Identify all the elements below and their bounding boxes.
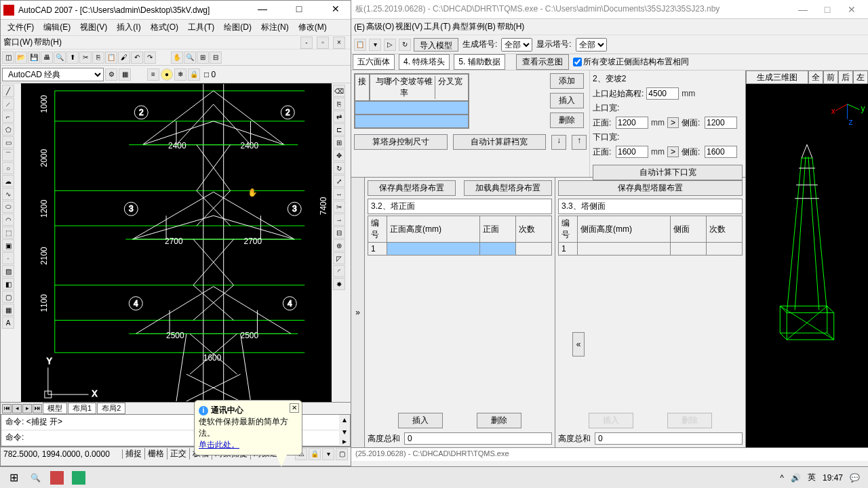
taskbar-app2[interactable]	[68, 468, 90, 487]
mirror-icon[interactable]: ⇄	[333, 110, 345, 123]
menu-help[interactable]: 帮助(H)	[34, 37, 62, 48]
workspace-select[interactable]: AutoCAD 经典	[2, 68, 104, 81]
calc-size-button[interactable]: 算塔身控制尺寸	[354, 134, 448, 150]
side-table[interactable]: 编号侧面高度(mm)侧面次数 1	[558, 216, 743, 256]
layer-on-icon[interactable]: ●	[161, 68, 173, 81]
menu-tools[interactable]: 工具(T)	[184, 20, 218, 35]
front-table[interactable]: 编号正面高度(mm)正面次数 1	[368, 216, 552, 256]
menu-dimension[interactable]: 标注(N)	[257, 20, 293, 35]
notification-icon[interactable]: 💬	[850, 473, 860, 483]
top-elev-input[interactable]	[646, 87, 679, 100]
menu-edit[interactable]: 编辑(E)	[39, 20, 75, 35]
rectangle-icon[interactable]: ▭	[2, 136, 14, 148]
taskbar-app1[interactable]	[46, 468, 68, 487]
down-button[interactable]: ↓	[551, 135, 566, 150]
zoom-prev-icon[interactable]: ⊟	[210, 52, 222, 64]
view-left-button[interactable]: 左	[853, 70, 868, 84]
menu-format[interactable]: 格式(O)	[146, 20, 182, 35]
fillet-icon[interactable]: ◜	[333, 265, 345, 277]
insert-button[interactable]: 插入	[550, 93, 584, 108]
menu-modify[interactable]: 修改(M)	[294, 20, 331, 35]
side-width2-input[interactable]	[705, 146, 737, 158]
zoom-win-icon[interactable]: ⊞	[197, 52, 209, 64]
mtext-icon[interactable]: A	[2, 317, 14, 329]
up-button[interactable]: ↑	[572, 135, 587, 150]
expand-left-handle[interactable]: »	[351, 178, 365, 447]
tab-hexahedron[interactable]: 五六面体	[353, 54, 395, 70]
menu-file[interactable]: 文件(F)	[3, 20, 38, 35]
scale-icon[interactable]: ⤢	[333, 175, 345, 187]
add-button[interactable]: 添加	[550, 73, 584, 89]
menu-advanced[interactable]: 高级(O)	[366, 21, 394, 33]
side-total-input[interactable]	[595, 432, 743, 445]
trim-icon[interactable]: ✂	[333, 201, 345, 213]
front-width2-input[interactable]	[616, 146, 648, 158]
array-icon[interactable]: ⊞	[333, 136, 345, 148]
delete-button[interactable]: 删除	[550, 113, 584, 128]
circle-icon[interactable]: ○	[2, 162, 14, 174]
import-model-button[interactable]: 导入模型	[414, 38, 458, 52]
side-delete-button[interactable]: 删除	[667, 413, 712, 428]
polygon-icon[interactable]: ⬠	[2, 123, 14, 136]
break-icon[interactable]: ⊟	[333, 226, 345, 239]
paste-tool-icon[interactable]: 📋	[354, 39, 366, 51]
layer-name[interactable]: □ 0	[201, 70, 218, 79]
expand-right-handle[interactable]: «	[572, 332, 585, 357]
tab-prev-icon[interactable]: ◂	[12, 404, 22, 413]
pan-icon[interactable]: ✋	[171, 52, 183, 64]
close-button[interactable]: ✕	[323, 3, 348, 17]
gen-tower-select[interactable]: 全部	[501, 38, 532, 52]
slope-grid[interactable]: 接 与哪个变坡等锥率分叉宽	[354, 73, 469, 129]
line-icon[interactable]: ╱	[2, 85, 14, 97]
cut-icon[interactable]: ✂	[79, 52, 92, 64]
search-button[interactable]: 🔍	[24, 468, 46, 487]
save-body-button[interactable]: 保存典型塔身布置	[368, 180, 456, 196]
preview-icon[interactable]: 🔍	[54, 52, 66, 64]
front-width1-input[interactable]	[616, 117, 648, 129]
block-icon[interactable]: ⬚	[2, 226, 14, 239]
mdi-minimize-icon[interactable]: -	[300, 37, 313, 49]
stretch-icon[interactable]: ↔	[333, 188, 345, 200]
copy-right-button[interactable]: >	[667, 117, 679, 128]
point-icon[interactable]: ·	[2, 252, 14, 264]
rotate-icon[interactable]: ↻	[333, 162, 345, 174]
copy-right-button2[interactable]: >	[667, 146, 679, 157]
load-body-button[interactable]: 加载典型塔身布置	[464, 180, 552, 196]
ellipse-icon[interactable]: ⬭	[2, 201, 14, 213]
front-delete-button[interactable]: 删除	[477, 413, 521, 428]
publish-icon[interactable]: ⬆	[66, 52, 79, 64]
paste-icon[interactable]: 📋	[105, 52, 117, 64]
menu-examples[interactable]: 典型算例(B)	[452, 21, 496, 33]
view-diagram-button[interactable]: 查看示意图	[516, 54, 569, 70]
right-close-button[interactable]: ✕	[840, 4, 864, 15]
ellipse-arc-icon[interactable]: ◠	[2, 214, 14, 226]
match-icon[interactable]: 🖌	[118, 52, 130, 64]
print-icon[interactable]: 🖶	[41, 52, 53, 64]
right-maximize-button[interactable]: □	[815, 4, 840, 15]
show-tower-select[interactable]: 全部	[576, 38, 607, 52]
hatch-icon[interactable]: ▨	[2, 265, 14, 277]
erase-icon[interactable]: ⌫	[333, 85, 345, 97]
menu-insert[interactable]: 插入(I)	[113, 20, 144, 35]
tool3-icon[interactable]: ▷	[384, 39, 396, 51]
gen-3d-button[interactable]: 生成三维图	[746, 70, 808, 84]
xline-icon[interactable]: ⟋	[2, 98, 14, 110]
join-icon[interactable]: ⊕	[333, 239, 345, 251]
tab-special-head[interactable]: 4. 特殊塔头	[399, 54, 450, 70]
front-total-input[interactable]	[404, 432, 552, 445]
zoom-rt-icon[interactable]: 🔍	[184, 52, 196, 64]
tab-next-icon[interactable]: ▸	[22, 404, 32, 413]
grid-toggle[interactable]: 栅格	[145, 448, 167, 460]
same-structure-checkbox[interactable]: 所有变坡正侧面结构布置相同	[573, 56, 689, 68]
status-tray-icon[interactable]: ▾	[322, 448, 334, 460]
save-icon[interactable]: 💾	[28, 52, 40, 64]
tab-first-icon[interactable]: ⏮	[2, 404, 12, 413]
balloon-close-button[interactable]: ✕	[290, 403, 299, 413]
tab-last-icon[interactable]: ⏭	[33, 404, 42, 413]
status-lock-icon[interactable]: 🔒	[309, 448, 321, 460]
tab-aux-data[interactable]: 5. 辅助数据	[454, 54, 505, 70]
clock[interactable]: 19:47	[823, 473, 843, 483]
copy2-icon[interactable]: ⎘	[333, 98, 345, 110]
save-leg-button[interactable]: 保存典型塔腿布置	[558, 180, 743, 196]
table-icon[interactable]: ▦	[2, 304, 14, 316]
